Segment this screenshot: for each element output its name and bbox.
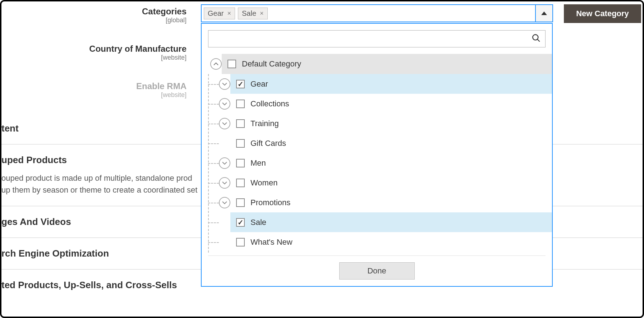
checkbox[interactable] (236, 139, 245, 148)
checkbox[interactable] (236, 218, 245, 227)
tree-node-body[interactable]: Men (230, 153, 552, 173)
search-icon[interactable] (532, 33, 541, 44)
chevron-down-icon (222, 82, 227, 86)
tree-node-body-root[interactable]: Default Category (222, 54, 552, 74)
field-scope-rma: [website] (161, 91, 187, 98)
svg-point-1 (533, 34, 538, 40)
chip: Gear× (204, 8, 235, 19)
categories-multiselect[interactable]: Gear×Sale× (201, 4, 553, 22)
tree-node: Promotions (210, 193, 552, 212)
tree-label: Promotions (250, 198, 290, 207)
field-label-categories: Categories (142, 6, 187, 16)
svg-marker-0 (541, 11, 547, 15)
tree-node: Women (210, 173, 552, 193)
tree-node-body[interactable]: Training (230, 114, 552, 133)
tree-node-body[interactable]: Sale (230, 212, 552, 232)
checkbox[interactable] (236, 119, 245, 128)
categories-chips-area[interactable]: Gear×Sale× (201, 4, 535, 22)
category-search-input[interactable] (208, 31, 545, 47)
chevron-down-icon (222, 161, 227, 165)
chip-remove-icon[interactable]: × (260, 10, 264, 17)
tree-label: Gear (250, 79, 268, 89)
checkbox[interactable] (236, 238, 245, 246)
tree-label-root: Default Category (242, 59, 301, 69)
chevron-down-icon (222, 102, 227, 105)
chevron-down-icon (222, 122, 227, 125)
tree-node: Sale (210, 212, 552, 232)
field-scope-country: [website] (161, 54, 187, 61)
tree-node-root: Default Category (210, 54, 552, 74)
tree-label: Men (250, 158, 266, 168)
checkbox[interactable] (236, 179, 245, 187)
field-scope-categories: [global] (166, 17, 187, 24)
field-label-rma: Enable RMA (136, 81, 187, 91)
chip-label: Sale (242, 9, 256, 18)
chevron-down-icon (222, 201, 227, 204)
tree-label: What's New (250, 238, 293, 247)
checkbox[interactable] (236, 100, 245, 108)
expander[interactable] (219, 98, 230, 110)
new-category-button[interactable]: New Category (564, 4, 641, 23)
tree-node: Training (210, 114, 552, 133)
expander[interactable] (219, 177, 230, 189)
expander[interactable] (219, 78, 230, 90)
chevron-down-icon (222, 181, 227, 184)
tree-label: Women (250, 178, 277, 188)
tree-label: Collections (250, 99, 289, 109)
chip: Sale× (238, 8, 268, 19)
done-button[interactable]: Done (339, 262, 415, 280)
expander-root[interactable] (210, 58, 222, 70)
tree-node: Gear (210, 74, 552, 94)
chip-remove-icon[interactable]: × (227, 10, 231, 17)
tree-node-body[interactable]: What's New (230, 232, 552, 252)
tree-label: Sale (250, 218, 266, 227)
expander[interactable] (219, 118, 230, 129)
checkbox-root[interactable] (227, 60, 236, 68)
caret-up-icon (541, 11, 547, 15)
tree-label: Gift Cards (250, 139, 286, 148)
category-search-wrapper (208, 30, 546, 47)
expander[interactable] (219, 157, 230, 169)
field-label-country: Country of Manufacture (89, 44, 187, 54)
tree-node: Gift Cards (210, 133, 552, 153)
checkbox[interactable] (236, 80, 245, 88)
expander[interactable] (219, 197, 230, 208)
tree-node: What's New (210, 232, 552, 252)
chevron-up-icon (213, 63, 218, 66)
tree-node-body[interactable]: Promotions (230, 193, 552, 212)
tree-node: Men (210, 153, 552, 173)
chip-label: Gear (208, 9, 224, 18)
tree-label: Training (250, 119, 279, 128)
checkbox[interactable] (236, 198, 245, 207)
tree-node-body[interactable]: Collections (230, 94, 552, 114)
svg-line-2 (537, 39, 540, 42)
tree-node-body[interactable]: Gift Cards (230, 133, 552, 153)
categories-dropdown-panel: Default Category GearCollectionsTraining… (201, 23, 553, 287)
tree-node-body[interactable]: Gear (230, 74, 552, 94)
checkbox[interactable] (236, 159, 245, 167)
category-tree: Default Category GearCollectionsTraining… (202, 54, 552, 252)
tree-node: Collections (210, 94, 552, 114)
tree-node-body[interactable]: Women (230, 173, 552, 193)
categories-dropdown-toggle[interactable] (535, 4, 553, 22)
